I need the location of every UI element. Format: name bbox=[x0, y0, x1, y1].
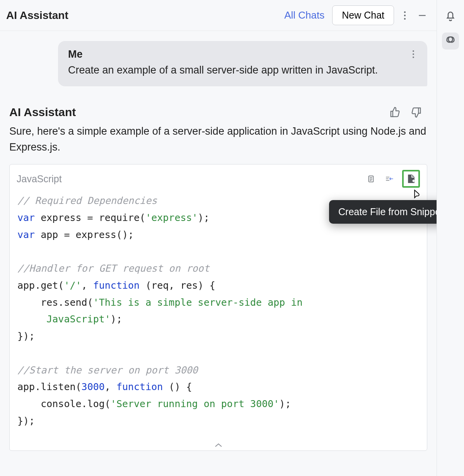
chat-header: AI Assistant All Chats New Chat bbox=[0, 0, 437, 31]
notifications-icon[interactable] bbox=[442, 7, 459, 24]
minimize-icon[interactable] bbox=[416, 9, 429, 22]
all-chats-link[interactable]: All Chats bbox=[284, 9, 324, 21]
thumbs-up-icon[interactable] bbox=[388, 105, 403, 120]
user-message-bubble: Me Create an example of a small server-s… bbox=[58, 41, 427, 86]
svg-point-2 bbox=[404, 18, 406, 19]
svg-point-5 bbox=[413, 53, 414, 55]
panel-title: AI Assistant bbox=[6, 9, 68, 22]
create-file-tooltip: Create File from Snippet bbox=[329, 200, 437, 224]
message-more-icon[interactable] bbox=[409, 48, 417, 60]
assistant-sender-label: AI Assistant bbox=[9, 106, 76, 119]
svg-point-4 bbox=[413, 50, 414, 52]
right-sidebar bbox=[437, 0, 464, 476]
insert-at-caret-icon[interactable] bbox=[384, 173, 395, 185]
ai-assistant-tool-icon[interactable] bbox=[442, 33, 459, 50]
fold-chevron-icon[interactable] bbox=[10, 441, 427, 450]
user-sender-label: Me bbox=[68, 48, 83, 60]
more-icon[interactable] bbox=[402, 9, 408, 22]
create-file-highlight bbox=[402, 170, 420, 188]
svg-point-1 bbox=[404, 14, 406, 16]
code-content: // Required Dependencies var express = r… bbox=[10, 190, 427, 441]
create-file-from-snippet-icon[interactable] bbox=[404, 172, 418, 185]
copy-code-icon[interactable] bbox=[365, 173, 377, 185]
svg-point-6 bbox=[413, 57, 414, 58]
user-message-text: Create an example of a small server-side… bbox=[68, 63, 417, 78]
code-snippet-card: JavaScript bbox=[9, 164, 427, 451]
new-chat-button[interactable]: New Chat bbox=[332, 5, 394, 25]
svg-point-0 bbox=[404, 11, 406, 13]
code-language-label: JavaScript bbox=[17, 173, 62, 185]
assistant-message-text: Sure, here's a simple example of a serve… bbox=[9, 123, 427, 155]
thumbs-down-icon[interactable] bbox=[409, 105, 423, 120]
assistant-message: AI Assistant Sure, here's a simple examp… bbox=[9, 105, 427, 451]
